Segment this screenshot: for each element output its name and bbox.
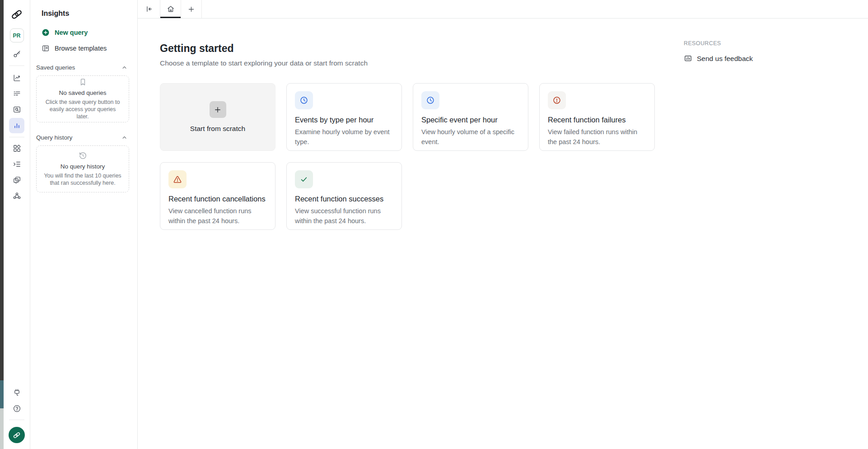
browse-templates-label: Browse templates	[55, 45, 107, 52]
sidebar-title: Insights	[42, 9, 129, 18]
feedback-icon	[684, 54, 692, 63]
query-history-label: Query history	[36, 134, 72, 141]
clock-icon	[421, 91, 439, 109]
collapse-sidebar-button[interactable]	[138, 0, 160, 18]
insights-sidebar: Insights New query Browse templates Save…	[30, 0, 138, 449]
functions-icon[interactable]	[13, 176, 21, 184]
app-window: PR	[0, 0, 868, 449]
getting-started-panel: Getting started Choose a template to sta…	[138, 19, 868, 449]
templates-panel-icon	[42, 44, 50, 52]
rail-divider	[9, 65, 24, 66]
edge-dark-segment	[0, 0, 4, 380]
background-window-edge	[0, 0, 4, 449]
empty-state-description: Click the save query button to easily ac…	[43, 98, 122, 121]
history-icon	[79, 151, 87, 160]
plus-circle-icon	[42, 28, 50, 37]
template-title: Recent function cancellations	[168, 195, 267, 203]
events-icon[interactable]	[13, 89, 21, 98]
rail-divider	[9, 420, 24, 420]
inngest-logo[interactable]	[10, 9, 23, 20]
template-description: Examine hourly volume by event type.	[295, 127, 393, 147]
resources-section: RESOURCES Send us feedback	[684, 40, 828, 63]
check-icon	[295, 170, 313, 188]
help-icon[interactable]	[13, 404, 21, 413]
template-title: Recent function failures	[548, 116, 646, 124]
saved-queries-empty-state: No saved queries Click the save query bu…	[36, 75, 129, 122]
saved-queries-label: Saved queries	[36, 64, 75, 71]
template-card[interactable]: Recent function failures View failed fun…	[539, 83, 655, 151]
insights-icon[interactable]	[9, 118, 24, 133]
template-card[interactable]: Recent function cancellations View cance…	[160, 162, 275, 230]
send-feedback-label: Send us feedback	[697, 55, 753, 63]
dev-server-icon[interactable]	[13, 388, 21, 397]
start-from-scratch-label: Start from scratch	[190, 125, 245, 133]
resources-header: RESOURCES	[684, 40, 828, 47]
signing-key-icon[interactable]	[13, 50, 21, 58]
clock-icon	[295, 91, 313, 109]
empty-state-title: No saved queries	[59, 89, 106, 96]
saved-queries-header: Saved queries	[36, 64, 129, 71]
template-card[interactable]: Events by type per hour Examine hourly v…	[286, 83, 402, 151]
template-description: View hourly volume of a specific event.	[421, 127, 520, 147]
send-feedback-link[interactable]: Send us feedback	[684, 54, 828, 63]
collapse-sidebar-icon	[145, 5, 153, 13]
browse-templates-button[interactable]: Browse templates	[42, 44, 129, 52]
plus-icon	[187, 5, 195, 13]
new-tab-button[interactable]	[181, 0, 202, 18]
rail-divider	[9, 137, 24, 137]
home-icon	[167, 5, 175, 13]
template-description: View cancelled function runs within the …	[168, 206, 267, 226]
event-search-icon[interactable]	[13, 105, 21, 114]
query-history-empty-state: No query history You will find the last …	[36, 145, 129, 192]
empty-state-description: You will find the last 10 queries that r…	[43, 172, 122, 187]
template-title: Events by type per hour	[295, 116, 393, 124]
start-from-scratch-card[interactable]: Start from scratch	[160, 83, 275, 151]
template-description: View failed function runs within the pas…	[548, 127, 646, 147]
query-history-header: Query history	[36, 134, 129, 141]
chevron-up-icon[interactable]	[121, 134, 128, 141]
metrics-icon[interactable]	[13, 74, 21, 82]
bookmark-icon	[79, 78, 87, 86]
template-card[interactable]: Recent function successes View successfu…	[286, 162, 402, 230]
template-card[interactable]: Specific event per hour View hourly volu…	[413, 83, 528, 151]
user-avatar[interactable]	[9, 427, 25, 443]
edge-light-segment	[0, 408, 4, 449]
home-tab[interactable]	[160, 0, 181, 18]
edge-teal-segment	[0, 380, 4, 408]
template-description: View successful function runs within the…	[295, 206, 393, 226]
empty-state-title: No query history	[61, 163, 105, 170]
template-title: Specific event per hour	[421, 116, 520, 124]
runs-icon[interactable]	[13, 160, 21, 168]
new-query-label: New query	[55, 29, 88, 36]
apps-icon[interactable]	[13, 144, 21, 153]
query-tab-bar	[138, 0, 868, 19]
alert-triangle-icon	[168, 170, 187, 188]
alert-circle-icon	[548, 91, 566, 109]
template-cards-grid: Start from scratch Events by type per ho…	[160, 83, 868, 230]
nav-rail: PR	[4, 0, 30, 449]
plus-icon	[210, 101, 226, 118]
chevron-up-icon[interactable]	[121, 64, 128, 71]
webhooks-icon[interactable]	[13, 192, 21, 200]
environment-badge[interactable]: PR	[10, 28, 24, 42]
main-area: Getting started Choose a template to sta…	[138, 0, 868, 449]
template-title: Recent function successes	[295, 195, 393, 203]
new-query-button[interactable]: New query	[42, 28, 129, 37]
